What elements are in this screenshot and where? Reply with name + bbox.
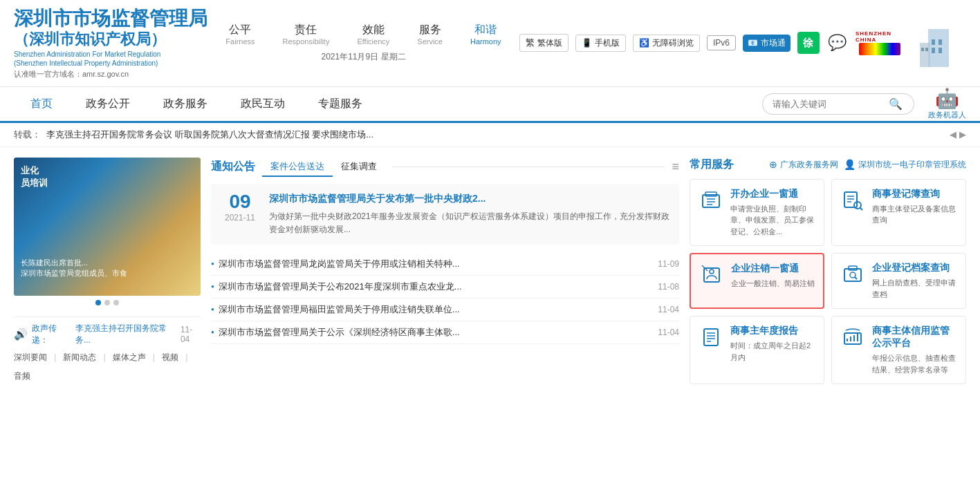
shtong-btn[interactable]: 📧 市场通 [743,35,791,52]
building-illustration [911,19,966,67]
arrow-left-icon[interactable]: ◀ [950,129,956,140]
notice-item-text: 深圳市市场监督管理局龙岗监管局关于停用或注销相关特种... [219,258,654,270]
notices-tabs: 案件公告送达 征集调查 [262,158,385,177]
bullet-icon: ● [211,283,214,290]
service-open-biz[interactable]: 开办企业一窗通 申请营业执照、刻制印章、申领发票、员工参保登记、公积金... [690,179,824,247]
svg-rect-5 [920,43,930,67]
site-title-line2: （深圳市知识产权局） [14,30,207,48]
service-info-annual-report: 商事主年度报告 时间：成立周年之日起2月内 [730,325,815,363]
svg-rect-1 [932,39,935,45]
search-input[interactable] [773,99,883,109]
service-desc-biz-query: 商事主体登记及备案信息查询 [872,203,957,226]
徐-btn[interactable]: 徐 [797,32,820,54]
notices-more-icon[interactable]: ≡ [672,160,679,174]
datetime: 2021年11月9日 星期二 [321,51,405,63]
service-desc-credit-platform: 年报公示信息、抽查检查结果、经营异常名录等 [872,352,957,375]
robot-icon: 🤖 [935,87,959,110]
service-archive-query[interactable]: 企业登记档案查询 网上自助查档、受理申请查档 [831,253,966,309]
notice-list: ● 深圳市市场监督管理局龙岗监管局关于停用或注销相关特种... 11-09 ● … [211,253,679,344]
service-info-credit-platform: 商事主体信用监管公示平台 年报公示信息、抽查检查结果、经营异常名录等 [872,325,957,375]
marquee-label: 转载： [14,129,41,141]
service-icon-cancel-biz [699,263,724,287]
nav-item-gov-service[interactable]: 政务服务 [147,86,224,122]
value-fairness: 公平 Fairness [225,23,255,46]
service-info-open-biz: 开办企业一窗通 申请营业执照、刻制印章、申领发票、员工参保登记、公积金... [730,188,815,238]
search-icon[interactable]: 🔍 [889,97,903,111]
szgov-logo: SHENZHEN CHINA [856,30,904,55]
nav-item-gov-open[interactable]: 政务公开 [69,86,147,122]
bullet-icon: ● [211,306,214,312]
marquee-bar: 转载： 李克强主持召开国务院常务会议 听取国务院第八次大督查情况汇报 要求围绕市… [0,123,980,147]
notice-item[interactable]: ● 深圳市市场监督管理局福田监管局关于停用或注销失联单位... 11-04 [211,299,679,321]
ipv6-btn[interactable]: IPv6 [707,35,736,50]
weixin-icon-btn[interactable]: 💬 [826,32,849,54]
seal-mgmt-link[interactable]: 👤 深圳市统一电子印章管理系统 [844,159,966,171]
bullet-icon: ● [211,329,214,335]
svg-rect-2 [939,39,942,45]
arrow-right-icon[interactable]: ▶ [959,129,966,140]
service-icon-biz-query [840,188,865,213]
notice-item-date: 11-04 [658,328,679,337]
mobile-btn[interactable]: 📱 手机版 [575,35,626,52]
dot-2[interactable] [104,300,110,305]
svg-point-24 [850,272,856,278]
news-caption-left: 长陈建民出席首批... [21,258,88,268]
notice-item-text: 深圳市市场监督管理局关于公示《深圳经济特区商事主体歌... [219,326,654,339]
service-annual-report[interactable]: 商事主年度报告 时间：成立周年之日起2月内 [690,316,824,384]
news-dots [14,296,201,310]
tab-survey[interactable]: 征集调查 [333,158,385,177]
news-link-dongtai[interactable]: 新闻动态 [63,352,96,363]
notices-header: 通知公告 案件公告送达 征集调查 ≡ [211,158,679,177]
service-name-cancel-biz: 企业注销一窗通 [731,263,815,275]
service-biz-query[interactable]: 商事登记簿查询 商事主体登记及备案信息查询 [831,179,966,247]
notice-item-date: 11-04 [658,305,679,314]
weixin-icon: 💬 [828,34,847,52]
seal-icon: 👤 [844,159,856,170]
notice-month: 2021-11 [219,213,261,223]
site-domain: 认准唯一官方域名：amr.sz.gov.cn [14,69,207,79]
gdgov-link[interactable]: ⊕ 广东政务服务网 [769,159,838,171]
tab-case-notice[interactable]: 案件公告送达 [262,158,333,177]
svg-point-20 [710,269,714,274]
shtong-icon: 📧 [748,38,758,48]
broadcast-text[interactable]: 李克强主持召开国务院常务... [75,323,176,346]
news-link-video[interactable]: 视频 [162,352,178,363]
news-link-media[interactable]: 媒体之声 [113,352,146,363]
nav-item-home[interactable]: 首页 [14,87,69,123]
marquee-text[interactable]: 李克强主持召开国务院常务会议 听取国务院第八次大督查情况汇报 要求围绕市场... [46,129,944,141]
dot-3[interactable] [113,300,119,305]
notice-featured-content: 深圳市市场监督管理局关于发布第一批中央财政2... 为做好第一批中央财政2021… [269,192,671,236]
site-title-en1: Shenzhen Administration For Market Regul… [14,50,207,68]
phone-icon: 📱 [582,38,592,48]
notice-item-text: 深圳市市场监督管理局关于公布2021年度深圳市重点农业龙... [219,281,654,293]
notice-item[interactable]: ● 深圳市市场监督管理局关于公示《深圳经济特区商事主体歌... 11-04 [211,321,679,344]
svg-rect-6 [921,48,924,51]
services-grid: 开办企业一窗通 申请营业执照、刻制印章、申领发票、员工参保登记、公积金... [690,179,966,385]
value-responsibility: 责任 Responsibility [283,23,330,46]
accessible-btn[interactable]: ♿ 无障碍浏览 [633,35,700,52]
news-link-szyuwen[interactable]: 深圳要闻 [14,352,47,363]
news-caption-right: 深圳市场监管局党组成员、市食 [21,268,127,278]
notice-featured-title[interactable]: 深圳市市场监督管理局关于发布第一批中央财政2... [269,192,671,206]
nav-item-special[interactable]: 专题服务 [302,86,379,122]
news-link-audio[interactable]: 音频 [14,370,30,382]
left-column: 业化员培训 长陈建民出席首批... 深圳市场监管局党组成员、市食 🔊 政声传递：… [14,158,201,385]
nav-item-interaction[interactable]: 政民互动 [224,86,302,122]
bullet-icon: ● [211,261,214,267]
service-name-annual-report: 商事主年度报告 [730,325,815,337]
nav-search: 🔍 🤖 政务机器人 [762,87,966,120]
traditional-btn[interactable]: 繁 繁体版 [519,34,568,52]
site-title-line1: 深圳市市场监督管理局 [14,7,207,30]
service-cancel-biz[interactable]: 企业注销一窗通 企业一般注销、简易注销 [690,253,824,309]
service-desc-annual-report: 时间：成立周年之日起2月内 [730,340,815,363]
service-info-cancel-biz: 企业注销一窗通 企业一般注销、简易注销 [731,263,815,290]
traditional-icon: 繁 [526,37,535,49]
notice-item[interactable]: ● 深圳市市场监督管理局关于公布2021年度深圳市重点农业龙... 11-08 [211,276,679,299]
service-credit-platform[interactable]: 商事主体信用监管公示平台 年报公示信息、抽查检查结果、经营异常名录等 [831,316,966,384]
dot-1[interactable] [95,300,101,305]
robot-button[interactable]: 🤖 政务机器人 [928,87,966,120]
notice-item[interactable]: ● 深圳市市场监督管理局龙岗监管局关于停用或注销相关特种... 11-09 [211,253,679,276]
value-efficiency: 效能 Efficiency [357,23,389,46]
notice-featured[interactable]: 09 2021-11 深圳市市场监督管理局关于发布第一批中央财政2... 为做好… [211,184,679,245]
values-row: 公平 Fairness 责任 Responsibility 效能 Efficie… [225,23,501,46]
